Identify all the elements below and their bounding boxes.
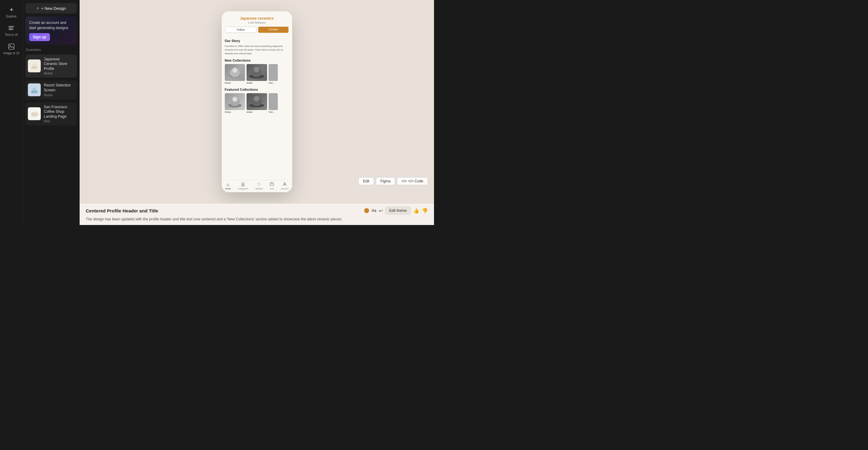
coffee-sub: Web [44,119,74,123]
example-item-coffee[interactable]: San Francisco Coffee Shop Landing Page W… [25,103,77,126]
featured-collections-title: Featured Collections [225,88,289,91]
profile-header: Japanese ceramics 1.6M followers Follow … [222,11,292,36]
ceramic-thumbnail [28,59,41,72]
featured-kihara-name: Kihara [225,111,245,113]
thumbs-down-button[interactable]: 👎 [422,208,428,214]
code-button[interactable]: </> </> Code [397,177,428,185]
figma-button[interactable]: Figma [376,177,395,185]
account-label: Account [281,188,288,190]
featured-yam-name: Yam... [269,111,289,113]
main-canvas: Japanese ceramics 1.6M followers Follow … [80,0,434,225]
coffee-thumbnail [28,107,41,120]
canvas-area: Japanese ceramics 1.6M followers Follow … [80,0,434,203]
svg-rect-7 [31,91,37,93]
nav-categories[interactable]: ☰ Categories [238,182,248,190]
promo-text: Create an account and start generating d… [29,20,73,31]
coffee-info: San Francisco Coffee Shop Landing Page W… [44,105,74,123]
resort-thumbnail [28,83,41,96]
explore-label: Explore [6,15,17,19]
toolbar-right: Aa ↩ Edit theme 👍 👎 [364,206,428,215]
collection-yam: Yam... [269,64,289,84]
bottom-nav: ⌂ Home ☰ Categories ♡ Wishlist [222,180,292,192]
ceramic-info: Japanese Ceramic Store Profile Mobile [44,57,74,76]
sidebar-item-text-to-ui[interactable]: Text to UI [2,22,21,39]
example-item-ceramic[interactable]: Japanese Ceramic Store Profile Mobile [25,55,77,78]
phone-scroll-content: Our Story Founded in 1984, Arita has bee… [222,36,292,180]
svg-rect-9 [31,112,36,116]
categories-icon: ☰ [241,182,245,187]
code-brackets: </> [402,179,407,183]
svg-rect-0 [8,26,14,27]
svg-rect-1 [8,28,13,29]
explore-icon: ✦ [8,6,15,13]
examples-label: Examples [25,48,77,52]
image-to-ui-label: Image to UI [3,52,19,55]
ariake-name: Ariake [247,82,267,84]
sidebar-item-explore[interactable]: ✦ Explore [2,4,21,21]
featured-collections-grid: Kihara Ariake Yam... [225,93,289,113]
new-design-label: + New Design [41,6,66,11]
theme-color-dot[interactable] [364,208,369,213]
svg-rect-3 [8,44,14,49]
featured-kihara-image [225,93,245,110]
store-name: Japanese ceramics [240,16,274,21]
example-item-resort[interactable]: Resort Selection Screen Mobile [25,81,77,99]
new-collections-grid: Kihara Ariake Yam... [225,64,289,84]
contact-button[interactable]: Contact [258,27,288,33]
thumbs-up-button[interactable]: 👍 [413,208,419,214]
collection-kihara: Kihara [225,64,245,84]
cart-label: Cart [270,188,274,190]
featured-kihara: Kihara [225,93,245,113]
sidebar: ✦ Explore Text to UI Image to UI [0,0,23,225]
nav-account[interactable]: Account [281,182,288,190]
ariake-image [247,64,267,81]
follow-button[interactable]: Follow [225,27,256,33]
edit-theme-button[interactable]: Edit theme [385,206,411,215]
resort-info: Resort Selection Screen Mobile [44,83,74,96]
our-story-text: Founded in 1984, Arita has been producin… [225,45,289,55]
featured-ariake-name: Ariake [247,111,267,113]
curve-icon: ↩ [379,208,383,214]
cart-icon [270,182,274,187]
nav-cart[interactable]: Cart [270,182,274,190]
design-title: Centered Profile Header and Title [86,208,158,213]
code-label: </> Code [408,179,423,183]
svg-rect-2 [8,29,13,30]
svg-point-12 [232,68,237,73]
image-to-ui-icon [8,43,15,50]
account-icon [283,182,287,187]
kihara-name: Kihara [225,82,245,84]
nav-wishlist[interactable]: ♡ Wishlist [255,182,262,190]
bottom-toolbar: Centered Profile Header and Title Aa ↩ E… [80,203,434,225]
home-label: Home [225,188,231,190]
categories-label: Categories [238,188,248,190]
collection-ariake: Ariake [247,64,267,84]
promo-card: Create an account and start generating d… [25,17,77,45]
text-to-ui-icon [8,25,15,32]
svg-point-23 [284,183,285,184]
left-panel: + + New Design Create an account and sta… [23,0,80,225]
svg-marker-8 [31,87,37,91]
our-story-title: Our Story [225,39,289,43]
font-aa-label: Aa [372,208,376,213]
ceramic-title: Japanese Ceramic Store Profile [44,57,74,72]
signup-button[interactable]: Sign up [29,33,50,41]
toolbar-top: Centered Profile Header and Title Aa ↩ E… [86,206,428,215]
plus-icon: + [36,5,39,11]
sidebar-item-image-to-ui[interactable]: Image to UI [2,40,21,58]
resort-title: Resort Selection Screen [44,83,74,92]
followers-count: 1.6M followers [248,21,266,24]
svg-point-4 [9,45,11,46]
nav-home[interactable]: ⌂ Home [225,182,231,190]
design-description: The design has been updated with the pro… [86,217,428,222]
action-buttons: Edit Figma </> </> Code [358,177,428,185]
featured-ariake-image [247,93,267,110]
svg-point-15 [254,67,259,72]
svg-point-6 [32,64,36,68]
edit-button[interactable]: Edit [358,177,374,185]
featured-yam-image [269,93,278,110]
new-design-button[interactable]: + + New Design [25,3,77,13]
wishlist-label: Wishlist [255,188,262,190]
svg-point-18 [232,97,237,102]
profile-actions: Follow Contact [225,27,288,33]
